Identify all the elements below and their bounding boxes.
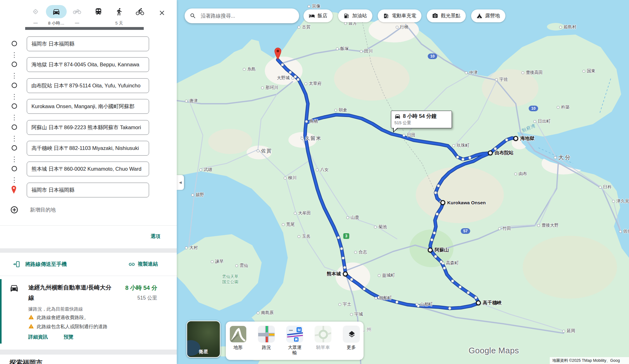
satellite-layer-button[interactable]: 衛星 — [186, 321, 220, 358]
waypoint-input-1[interactable]: 福岡市 日本福岡縣 — [27, 36, 149, 51]
layer-button-cycling[interactable]: 騎單車 — [313, 326, 333, 360]
copy-link-icon — [128, 261, 135, 268]
ev-icon — [383, 13, 389, 19]
town-dot — [257, 312, 259, 314]
town-dot — [619, 230, 622, 233]
chip-tent[interactable]: 露營地 — [471, 9, 505, 22]
waypoint-input-7[interactable]: 熊本城 日本〒860-0002 Kumamoto, Chuo Ward — [27, 162, 149, 176]
route-search-bar[interactable] — [185, 8, 299, 23]
route-waypoint-marker[interactable]: Kurokawa Onsen — [440, 200, 486, 205]
preview-link[interactable]: 預覽 — [64, 334, 73, 339]
layer-button-more[interactable]: 更多 — [341, 326, 362, 360]
add-destination-button[interactable]: 新增目的地 — [0, 205, 177, 216]
warning-icon — [28, 314, 34, 320]
waypoint-input-8[interactable]: 福岡市 日本福岡縣 — [27, 183, 149, 197]
travel-mode-best[interactable]: — — [25, 4, 46, 25]
map-layers-panel: 地形路況M大眾運輸騎單車更多 — [226, 322, 364, 360]
map-label-town: 津久見 — [612, 198, 629, 204]
mode-duration-label: 8 小時… — [46, 20, 67, 26]
route-waypoint-marker[interactable]: 阿蘇山 — [428, 247, 449, 253]
town-dot — [298, 235, 300, 238]
traffic-layer-icon — [258, 326, 275, 343]
waypoint-input-2[interactable]: 海地獄 日本〒874-0045 Oita, Beppu, Kannawa — [27, 57, 149, 72]
waypoint-input-5[interactable]: 阿蘇山 日本〒869-2223 熊本縣阿蘇市 Takamori — [27, 120, 149, 135]
chip-camera[interactable]: 觀光景點 — [427, 9, 466, 22]
map-label-town: 柳川 — [284, 175, 297, 181]
layer-button-traffic[interactable]: 路況 — [256, 326, 277, 360]
town-dot — [403, 134, 405, 137]
route-duration: 8 小時 54 分 — [125, 284, 157, 292]
town-dot — [452, 144, 455, 147]
map-canvas[interactable]: 飯店加油站電動車充電觀光景點露營地 8 小時 54 分鐘 515 公里 ◀ 衛星… — [177, 0, 629, 364]
map-label-town: 唐津 — [185, 98, 198, 104]
map-label-town: 豊後大野 — [537, 223, 559, 228]
layer-label: 路況 — [256, 345, 277, 350]
close-directions-button[interactable] — [157, 8, 167, 18]
route-start-pin[interactable] — [274, 47, 282, 61]
options-link[interactable]: 選項 — [151, 233, 160, 240]
send-to-phone-link[interactable]: 將路線傳送至手機 — [25, 261, 67, 268]
waypoint-circle-icon — [12, 124, 17, 130]
map-label-town: 杵築 — [557, 104, 570, 110]
map-label-town: 南島原 — [257, 310, 274, 316]
travel-mode-transit[interactable] — [88, 4, 109, 19]
waypoint-input-4[interactable]: Kurokawa Onsen, Manganji, 南小國町阿蘇郡 — [27, 99, 149, 114]
details-link[interactable]: 詳細資訊 — [28, 334, 48, 339]
waypoint-map-label: 熊本城 — [327, 271, 341, 277]
waypoint-circle-icon — [12, 41, 17, 46]
map-label-town: 高森町 — [442, 260, 459, 266]
collapse-panel-button[interactable]: ◀ — [177, 175, 184, 190]
map-label-town: 山鹿 — [346, 215, 359, 220]
town-dot — [557, 106, 559, 109]
waypoint-input-6[interactable]: 高千穗峽 日本〒882-1103 Miyazaki, Nishiusuki — [27, 141, 149, 156]
section-separator — [0, 350, 177, 355]
route-card-links: 詳細資訊 預覽 — [28, 334, 73, 340]
waypoint-input-3[interactable]: 由布院站 日本〒879-5114 Oita, Yufu, Yufuincho — [27, 78, 149, 93]
route-duration-tooltip[interactable]: 8 小時 54 分鐘 515 公里 — [391, 111, 452, 128]
layer-button-transit[interactable]: M大眾運輸 — [284, 326, 305, 360]
waypoint-connector-dots — [14, 94, 15, 100]
travel-mode-walk[interactable]: 5 天 — [109, 4, 130, 26]
route-distance: 515 公里 — [137, 295, 157, 301]
directions-panel: —8 小時…—5 天 福岡市 日本福岡縣海地獄 日本〒874-0045 Oita… — [0, 0, 177, 364]
route-waypoint-marker[interactable]: 高千穗峽 — [476, 300, 502, 306]
search-input[interactable] — [200, 13, 294, 19]
town-dot — [554, 156, 557, 159]
mode-bar-scrollbar[interactable] — [25, 27, 144, 30]
town-dot — [338, 303, 341, 306]
map-label-town: 宇土 — [338, 301, 351, 307]
town-dot — [336, 47, 339, 50]
town-dot — [378, 274, 381, 277]
travel-mode-motorcycle[interactable]: — — [67, 4, 87, 25]
search-icon — [190, 13, 196, 19]
map-attribution: 地圖資料 ©2025 TMap Mobility、Goog — [550, 357, 629, 364]
town-dot — [304, 82, 307, 85]
tent-icon — [476, 13, 482, 19]
travel-mode-bike[interactable] — [130, 4, 150, 19]
map-label-town: 御船町 — [375, 295, 392, 301]
chip-gas[interactable]: 加油站 — [338, 9, 372, 22]
map-label-town: 大分 — [554, 154, 571, 161]
warning-icon — [28, 323, 34, 329]
layer-button-terrain[interactable]: 地形 — [228, 326, 248, 360]
divider — [0, 276, 177, 276]
mode-duration-label: — — [25, 20, 46, 25]
destination-pin-icon — [11, 185, 17, 194]
route-waypoint-marker[interactable]: 海地獄 — [513, 135, 534, 141]
waypoint-connector-dots — [14, 73, 15, 79]
travel-mode-drive[interactable]: 8 小時… — [46, 4, 67, 26]
close-icon — [158, 9, 166, 17]
map-label-town: 益城町 — [378, 273, 395, 278]
route-waypoint-marker[interactable]: 熊本城 — [327, 271, 348, 277]
chip-ev[interactable]: 電動車充電 — [378, 9, 422, 22]
route-waypoint-marker[interactable]: 由布院站 — [488, 150, 514, 156]
waypoint-connector-dots — [14, 157, 15, 162]
chip-hotel[interactable]: 飯店 — [303, 9, 333, 22]
town-dot — [360, 50, 363, 53]
selected-mode-pill — [46, 5, 67, 18]
copy-link-button[interactable]: 複製連結 — [138, 261, 158, 267]
waypoint-connector-dots — [14, 136, 15, 141]
town-dot — [284, 177, 287, 179]
town-dot — [582, 70, 585, 73]
add-destination-label: 新增目的地 — [30, 207, 56, 213]
